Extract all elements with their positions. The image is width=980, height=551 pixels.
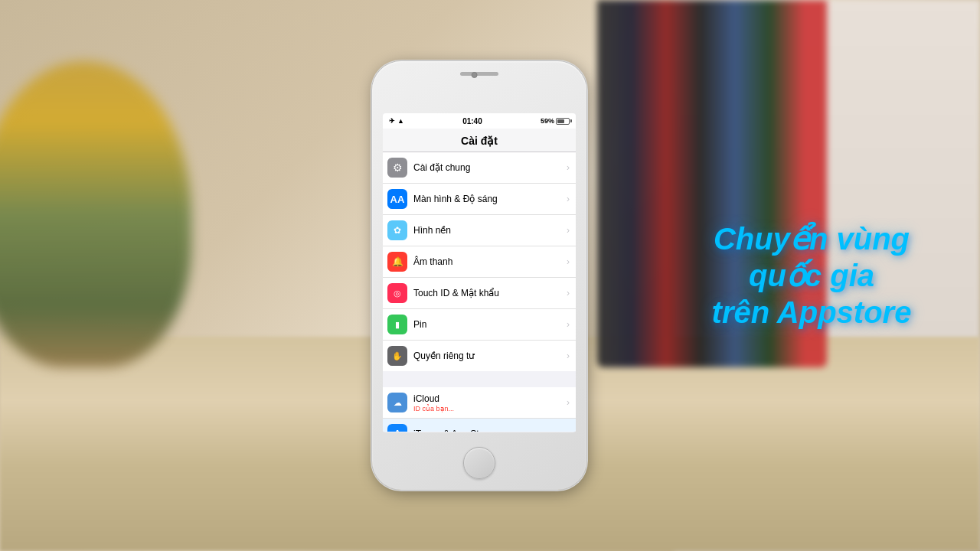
- chevron-icon-appstore: ›: [567, 429, 570, 432]
- chevron-icon-privacy: ›: [567, 350, 570, 361]
- chevron-icon-battery: ›: [567, 319, 570, 330]
- settings-icon-privacy: ✋: [387, 346, 407, 366]
- settings-icon-sound: 🔔: [387, 252, 407, 272]
- status-left: ✈ ▲: [389, 117, 404, 125]
- chevron-icon-display: ›: [567, 194, 570, 204]
- item-subtitle-icloud: ID của bạn...: [413, 405, 564, 412]
- settings-item-battery[interactable]: ▮ Pin ›: [383, 309, 576, 341]
- item-content-privacy: Quyền riêng tư: [413, 350, 564, 361]
- item-content-display: Màn hình & Độ sáng: [413, 194, 564, 204]
- overlay-title-line1: Chuyển vùng quốc gia: [689, 220, 934, 294]
- item-label-touchid: Touch ID & Mật khẩu: [413, 288, 564, 298]
- status-bar: ✈ ▲ 01:40 59%: [383, 113, 576, 129]
- settings-item-sound[interactable]: 🔔 Âm thanh ›: [383, 246, 576, 278]
- overlay-text-container: Chuyển vùng quốc gia trên Appstore: [689, 220, 934, 331]
- item-content-sound: Âm thanh: [413, 256, 564, 267]
- status-right: 59%: [541, 117, 570, 125]
- iphone: ✈ ▲ 01:40 59% Cài đặt: [372, 61, 586, 490]
- settings-group-2: ☁ iCloud ID của bạn... › A iTun: [383, 387, 576, 432]
- item-label-battery: Pin: [413, 319, 564, 330]
- settings-item-privacy[interactable]: ✋ Quyền riêng tư ›: [383, 341, 576, 371]
- touchid-icon: ◎: [394, 289, 401, 298]
- phone-speaker: [460, 72, 498, 76]
- settings-item-general[interactable]: ⚙ Cài đặt chung ›: [383, 152, 576, 184]
- chevron-icon-icloud: ›: [567, 397, 570, 408]
- settings-icon-battery: ▮: [387, 315, 407, 334]
- settings-icon-general: ⚙: [387, 158, 407, 178]
- separator-1: [383, 372, 576, 387]
- item-content-wallpaper: Hình nền: [413, 225, 564, 236]
- item-content-touchid: Touch ID & Mật khẩu: [413, 288, 564, 298]
- airplane-icon: ✈: [389, 117, 395, 125]
- battery-fill: [557, 119, 564, 123]
- home-button[interactable]: [463, 447, 495, 479]
- chevron-icon-general: ›: [567, 162, 570, 173]
- battery-icon: [556, 118, 570, 125]
- wallpaper-icon: ✿: [394, 225, 401, 236]
- icloud-icon: ☁: [394, 398, 402, 408]
- battery-settings-icon: ▮: [395, 320, 400, 330]
- item-label-icloud: iCloud: [413, 393, 564, 404]
- phone-mockup: ✈ ▲ 01:40 59% Cài đặt: [372, 61, 586, 490]
- settings-icon-icloud: ☁: [387, 393, 407, 412]
- settings-icon-display: AA: [387, 189, 407, 209]
- settings-item-touchid[interactable]: ◎ Touch ID & Mật khẩu ›: [383, 278, 576, 309]
- settings-icon-wallpaper: ✿: [387, 220, 407, 240]
- overlay-title-line2: trên Appstore: [689, 294, 934, 331]
- settings-icon-touchid: ◎: [387, 283, 407, 303]
- settings-icon-appstore: A: [387, 424, 407, 432]
- privacy-icon: ✋: [392, 351, 403, 361]
- item-label-appstore: iTunes & App Store: [413, 429, 564, 432]
- item-content-appstore: iTunes & App Store: [413, 429, 564, 432]
- settings-list[interactable]: ⚙ Cài đặt chung › AA Màn hình & Độ sáng: [383, 152, 576, 432]
- item-content-icloud: iCloud ID của bạn...: [413, 393, 564, 412]
- phone-screen: ✈ ▲ 01:40 59% Cài đặt: [383, 113, 576, 432]
- chevron-icon-touchid: ›: [567, 288, 570, 298]
- settings-item-wallpaper[interactable]: ✿ Hình nền ›: [383, 215, 576, 246]
- item-label-privacy: Quyền riêng tư: [413, 350, 564, 361]
- settings-item-appstore[interactable]: A iTunes & App Store ›: [383, 419, 576, 432]
- phone-camera: [472, 72, 478, 78]
- battery-percent: 59%: [541, 117, 554, 125]
- chevron-icon-wallpaper: ›: [567, 225, 570, 236]
- nav-bar: Cài đặt: [383, 129, 576, 152]
- item-content-battery: Pin: [413, 319, 564, 330]
- settings-item-display[interactable]: AA Màn hình & Độ sáng ›: [383, 184, 576, 215]
- sound-icon: 🔔: [392, 256, 403, 267]
- item-label-sound: Âm thanh: [413, 256, 564, 267]
- gear-icon: ⚙: [393, 161, 403, 174]
- item-label-wallpaper: Hình nền: [413, 225, 564, 236]
- wifi-icon: ▲: [397, 117, 404, 125]
- item-label-display: Màn hình & Độ sáng: [413, 194, 564, 204]
- display-icon: AA: [390, 194, 405, 205]
- item-content-general: Cài đặt chung: [413, 162, 564, 173]
- status-time: 01:40: [462, 117, 482, 126]
- settings-group-1: ⚙ Cài đặt chung › AA Màn hình & Độ sáng: [383, 152, 576, 371]
- appstore-icon: A: [394, 429, 401, 432]
- settings-item-icloud[interactable]: ☁ iCloud ID của bạn... ›: [383, 387, 576, 419]
- chevron-icon-sound: ›: [567, 256, 570, 267]
- item-label-general: Cài đặt chung: [413, 162, 564, 173]
- page-title: Cài đặt: [383, 135, 576, 147]
